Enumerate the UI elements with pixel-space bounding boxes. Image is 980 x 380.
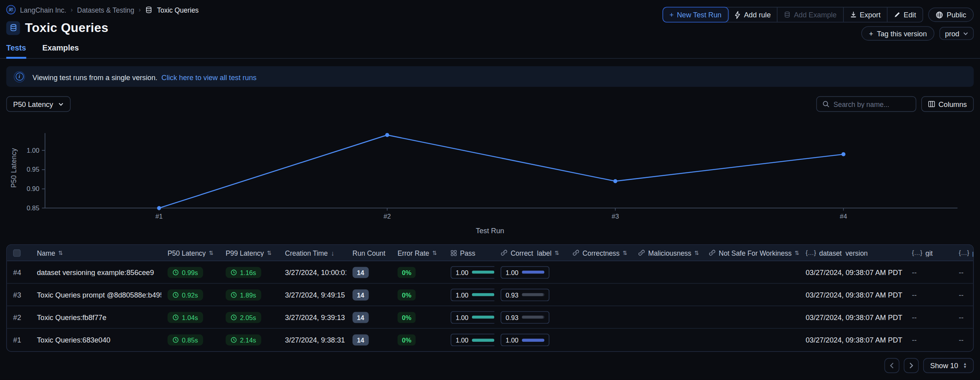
sort-icon[interactable]: ⇅ xyxy=(209,250,213,256)
chart-x-axis-label: Test Run xyxy=(6,227,974,234)
run-name[interactable]: dataset versioning example:856cee9 xyxy=(31,268,161,276)
line-chart-canvas[interactable]: 0.850.900.951.00#1#2#3#4 xyxy=(6,124,974,224)
clock-icon xyxy=(172,292,179,298)
run-rank: #2 xyxy=(7,313,30,321)
pass-score: 1.00 xyxy=(451,288,495,301)
grid-icon xyxy=(451,250,457,256)
svg-text:#1: #1 xyxy=(156,213,163,220)
version-tag-dropdown[interactable]: prod xyxy=(939,27,974,40)
stepper-icon: ▲▼ xyxy=(963,362,967,369)
git-value: -- xyxy=(906,336,953,344)
svg-text:0.95: 0.95 xyxy=(26,166,39,173)
clock-icon xyxy=(172,314,179,320)
column-header-run-count[interactable]: Run Count xyxy=(346,249,391,256)
sort-icon[interactable]: ⇅ xyxy=(555,250,558,256)
correct-label-score: 1.00 xyxy=(500,334,549,346)
pass-score: 1.00 xyxy=(451,334,495,346)
lightning-icon xyxy=(735,11,741,19)
add-rule-button[interactable]: Add rule xyxy=(728,7,778,22)
table-row[interactable]: #2 Toxic Queries:fb8f77e 1.04s 2.05s 3/2… xyxy=(7,306,973,329)
column-header-dataset-version[interactable]: {…}dataset_version xyxy=(799,249,905,256)
column-header-prompt[interactable]: {…}prompt xyxy=(952,249,974,256)
column-header-p50-latency[interactable]: P50 Latency⇅ xyxy=(161,249,219,256)
run-count-badge: 14 xyxy=(352,266,369,278)
page-size-select[interactable]: Show 10 ▲▼ xyxy=(923,358,974,373)
columns-button[interactable]: Columns xyxy=(921,96,974,112)
svg-text:0.85: 0.85 xyxy=(26,204,39,212)
breadcrumb-org[interactable]: LangChain Inc. xyxy=(20,6,66,13)
error-rate-badge: 0% xyxy=(397,289,416,300)
add-example-button[interactable]: Add Example xyxy=(778,7,843,22)
prompt-value: -- xyxy=(952,336,974,344)
public-button[interactable]: Public xyxy=(928,7,974,22)
chevron-right-icon: › xyxy=(139,6,141,13)
correct-label-score: 0.93 xyxy=(500,311,549,324)
link-icon xyxy=(573,249,579,256)
sort-icon[interactable]: ⇅ xyxy=(432,250,436,256)
run-name[interactable]: Toxic Queries:fb8f77e xyxy=(31,313,161,321)
p99-latency-badge: 2.14s xyxy=(226,334,261,346)
select-all-checkbox[interactable] xyxy=(13,249,21,256)
column-header-creation-time[interactable]: Creation Time↓ xyxy=(279,249,346,256)
sort-icon[interactable]: ⇅ xyxy=(795,250,799,256)
run-name[interactable]: Toxic Queries prompt @8d80588e:b495152 xyxy=(31,291,161,298)
download-icon xyxy=(850,11,856,18)
edit-button[interactable]: Edit xyxy=(887,7,922,22)
view-all-test-runs-link[interactable]: Click here to view all test runs xyxy=(161,73,257,81)
test-runs-table: Name⇅ P50 Latency⇅ P99 Latency⇅ Creation… xyxy=(6,244,974,352)
creation-time: 3/27/2024, 10:00:01... xyxy=(279,268,346,276)
column-header-correctness[interactable]: Correctness⇅ xyxy=(566,249,632,256)
score-bar xyxy=(522,338,545,341)
pass-score: 1.00 xyxy=(451,311,495,324)
database-icon xyxy=(9,24,17,32)
header-actions: + New Test Run Add rule Add Example Expo… xyxy=(663,7,974,41)
svg-text:#2: #2 xyxy=(384,213,391,220)
column-header-error-rate[interactable]: Error Rate⇅ xyxy=(391,249,444,256)
table-row[interactable]: #4 dataset versioning example:856cee9 0.… xyxy=(7,261,973,284)
clock-icon xyxy=(230,337,237,343)
org-avatar[interactable] xyxy=(6,5,16,15)
globe-icon xyxy=(935,11,943,19)
export-button[interactable]: Export xyxy=(843,7,887,22)
correct-label-score: 0.93 xyxy=(500,288,549,301)
error-rate-badge: 0% xyxy=(397,266,416,278)
run-rank: #1 xyxy=(7,336,30,344)
tag-version-button[interactable]: + Tag this version xyxy=(862,26,935,41)
column-header-pass[interactable]: Pass xyxy=(444,249,495,256)
tab-examples[interactable]: Examples xyxy=(42,44,79,59)
info-icon: i xyxy=(14,71,25,82)
column-header-p99-latency[interactable]: P99 Latency⇅ xyxy=(219,249,279,256)
users-icon xyxy=(8,7,14,12)
table-header-row: Name⇅ P50 Latency⇅ P99 Latency⇅ Creation… xyxy=(7,245,973,261)
link-icon xyxy=(709,249,716,256)
sort-icon[interactable]: ⇅ xyxy=(623,250,627,256)
sort-desc-icon[interactable]: ↓ xyxy=(331,249,334,256)
database-icon xyxy=(784,11,791,18)
column-header-correct-label[interactable]: Correct_label⇅ xyxy=(495,249,566,256)
tab-tests[interactable]: Tests xyxy=(6,44,26,59)
page-header: Toxic Queries + New Test Run Add rule Ad… xyxy=(0,14,980,35)
next-page-button[interactable] xyxy=(904,358,919,373)
run-name[interactable]: Toxic Queries:683e040 xyxy=(31,336,161,344)
breadcrumb-section[interactable]: Datasets & Testing xyxy=(77,6,134,13)
column-header-maliciousness[interactable]: Maliciousness⇅ xyxy=(632,249,703,256)
plus-icon: + xyxy=(869,30,873,37)
sort-icon[interactable]: ⇅ xyxy=(58,250,62,256)
sort-icon[interactable]: ⇅ xyxy=(694,250,698,256)
sort-icon[interactable]: ⇅ xyxy=(267,250,271,256)
search-input[interactable] xyxy=(834,100,910,108)
score-bar xyxy=(522,271,545,274)
svg-text:0.90: 0.90 xyxy=(26,185,39,193)
prev-page-button[interactable] xyxy=(884,358,899,373)
app-window: LangChain Inc. › Datasets & Testing › To… xyxy=(0,0,980,380)
column-header-name[interactable]: Name⇅ xyxy=(31,249,161,256)
metric-selector[interactable]: P50 Latency xyxy=(6,96,71,112)
new-test-run-button[interactable]: + New Test Run xyxy=(663,7,729,22)
column-header-git[interactable]: {…}git xyxy=(906,249,953,256)
latency-chart: P50 Latency 0.850.900.951.00#1#2#3#4 Tes… xyxy=(6,124,980,234)
column-header-not-safe-for-workiness[interactable]: Not Safe For Workiness⇅ xyxy=(703,249,799,256)
table-row[interactable]: #1 Toxic Queries:683e040 0.85s 2.14s 3/2… xyxy=(7,329,973,351)
p99-latency-badge: 2.05s xyxy=(226,311,261,323)
score-bar xyxy=(522,293,545,296)
table-row[interactable]: #3 Toxic Queries prompt @8d80588e:b49515… xyxy=(7,284,973,306)
